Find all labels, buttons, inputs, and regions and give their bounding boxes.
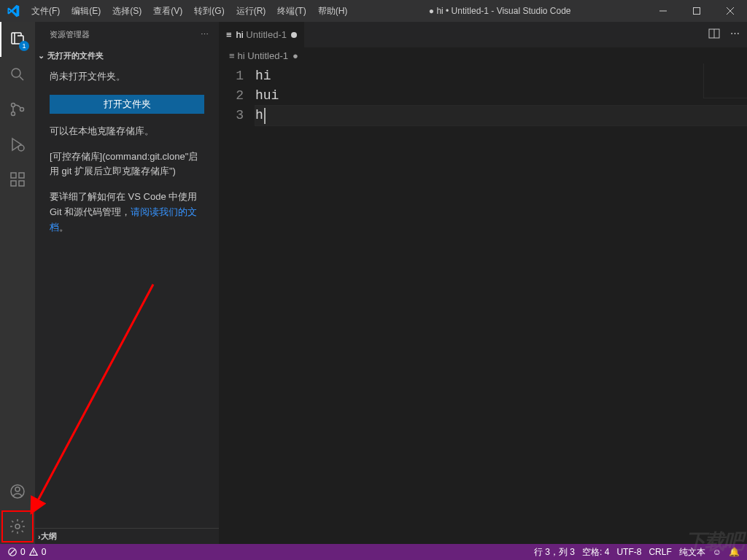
editor-area: ≡ hi Untitled-1 ⋯ ≡ hi Untitled-1 ● 1 2 … [219, 22, 747, 544]
breadcrumb[interactable]: ≡ hi Untitled-1 ● [219, 47, 747, 63]
clone-message: 可以在本地克隆存储库。 [50, 124, 204, 139]
window-title: ● hi • Untitled-1 - Visual Studio Code [353, 6, 646, 16]
editor-tabs: ≡ hi Untitled-1 ⋯ [219, 22, 747, 47]
svg-point-7 [12, 112, 15, 116]
activity-accounts-icon[interactable] [0, 474, 35, 509]
svg-rect-1 [694, 8, 700, 15]
menu-file[interactable]: 文件(F) [26, 0, 66, 22]
sidebar-header: 资源管理器 ⋯ [35, 22, 219, 47]
open-folder-button[interactable]: 打开文件夹 [50, 95, 204, 114]
split-editor-icon[interactable] [708, 28, 720, 42]
code-line: hui [255, 86, 747, 106]
activity-settings-gear-icon[interactable] [0, 509, 35, 544]
status-problems[interactable]: 0 0 [7, 547, 46, 557]
minimize-button[interactable] [646, 0, 680, 22]
window-controls [646, 0, 747, 22]
sidebar-section-no-folder[interactable]: ⌄ 无打开的文件夹 [35, 47, 219, 63]
activity-extensions-icon[interactable] [0, 162, 35, 197]
minimap[interactable] [703, 63, 747, 98]
no-folder-message: 尚未打开文件夹。 [50, 69, 204, 85]
status-indentation[interactable]: 空格: 4 [582, 546, 609, 559]
sidebar-more-icon[interactable]: ⋯ [201, 30, 209, 39]
status-encoding[interactable]: UTF-8 [616, 547, 641, 557]
svg-rect-10 [11, 173, 16, 178]
svg-rect-11 [11, 181, 16, 186]
status-cursor-position[interactable]: 行 3，列 3 [534, 546, 575, 559]
docs-message: 要详细了解如何在 VS Code 中使用 Git 和源代码管理，请阅读我们的文档… [50, 190, 204, 235]
svg-point-15 [15, 487, 20, 491]
menu-run[interactable]: 运行(R) [231, 0, 272, 22]
menu-selection[interactable]: 选择(S) [107, 0, 147, 22]
maximize-button[interactable] [680, 0, 713, 22]
menu-view[interactable]: 查看(V) [147, 0, 188, 22]
explorer-badge: 1 [19, 41, 29, 51]
text-cursor [264, 108, 266, 124]
activity-source-control-icon[interactable] [0, 92, 35, 127]
svg-point-16 [15, 524, 20, 529]
status-notifications-icon[interactable]: 🔔 [729, 547, 740, 557]
svg-point-8 [20, 108, 24, 112]
status-bar: 0 0 行 3，列 3 空格: 4 UTF-8 CRLF 纯文本 ☺ 🔔 [0, 544, 747, 560]
code-line: hi [255, 66, 747, 86]
svg-point-4 [12, 69, 20, 77]
sidebar-section-outline[interactable]: › 大纲 [35, 528, 219, 544]
activity-bar: 1 [0, 22, 35, 544]
svg-line-5 [20, 77, 23, 80]
activity-explorer-icon[interactable]: 1 [0, 22, 35, 57]
close-button[interactable] [713, 0, 747, 22]
vscode-logo-icon [0, 4, 26, 18]
menu-help[interactable]: 帮助(H) [312, 0, 354, 22]
activity-search-icon[interactable] [0, 57, 35, 92]
file-icon: ≡ [226, 29, 232, 40]
status-feedback-icon[interactable]: ☺ [713, 547, 721, 557]
title-bar: 文件(F) 编辑(E) 选择(S) 查看(V) 转到(G) 运行(R) 终端(T… [0, 0, 747, 22]
clone-command-text: [可控存储库](command:git.clone"启用 git 扩展后立即克隆… [50, 149, 204, 180]
code-line-active: h [255, 106, 747, 125]
svg-rect-13 [19, 173, 24, 178]
unsaved-dot-icon[interactable] [291, 32, 297, 38]
line-number-gutter: 1 2 3 [219, 63, 255, 544]
sidebar-explorer: 资源管理器 ⋯ ⌄ 无打开的文件夹 尚未打开文件夹。 打开文件夹 可以在本地克隆… [35, 22, 219, 544]
status-language-mode[interactable]: 纯文本 [679, 546, 705, 559]
status-eol[interactable]: CRLF [649, 547, 671, 557]
code-content[interactable]: hi hui h [255, 63, 747, 544]
menu-edit[interactable]: 编辑(E) [66, 0, 107, 22]
editor-tab-untitled[interactable]: ≡ hi Untitled-1 [219, 22, 304, 47]
svg-point-9 [18, 145, 24, 151]
activity-run-debug-icon[interactable] [0, 127, 35, 162]
svg-line-20 [10, 550, 15, 555]
menu-bar: 文件(F) 编辑(E) 选择(S) 查看(V) 转到(G) 运行(R) 终端(T… [26, 0, 353, 22]
file-icon: ≡ [229, 50, 235, 61]
svg-rect-12 [19, 181, 24, 186]
editor-more-icon[interactable]: ⋯ [730, 28, 740, 42]
editor-body[interactable]: 1 2 3 hi hui h [219, 63, 747, 544]
menu-go[interactable]: 转到(G) [188, 0, 230, 22]
svg-point-6 [12, 104, 15, 107]
sidebar-title: 资源管理器 [50, 29, 90, 40]
menu-terminal[interactable]: 终端(T) [271, 0, 311, 22]
chevron-down-icon: ⌄ [38, 51, 44, 61]
